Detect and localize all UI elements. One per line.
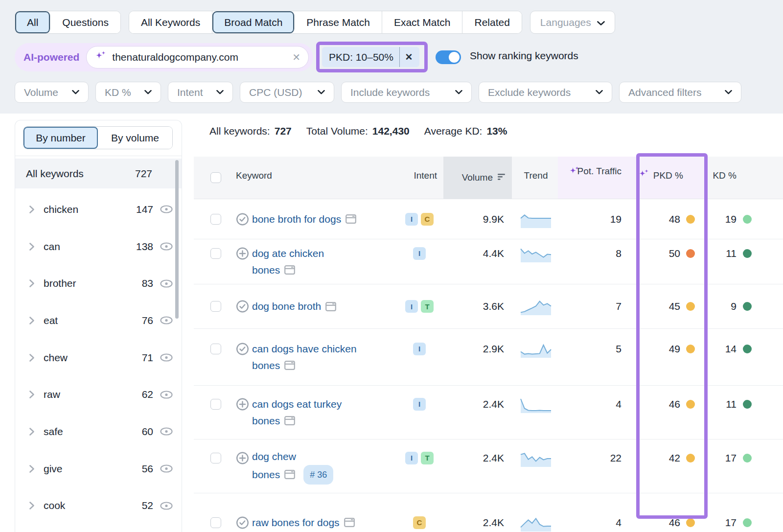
intent-badge-commercial[interactable]: C (413, 516, 426, 529)
row-marker[interactable] (236, 397, 249, 411)
preview-eye-icon[interactable] (160, 205, 173, 213)
intent-badge-informational[interactable]: I (413, 398, 426, 411)
keyword-link[interactable]: bones (252, 466, 280, 483)
row-marker[interactable] (236, 451, 249, 464)
header-intent[interactable]: Intent (388, 170, 437, 181)
filter-include-keywords-dropdown[interactable]: Include keywords (341, 82, 472, 103)
average-kd-label: Average KD: (424, 125, 483, 137)
chevron-down-icon (318, 90, 325, 94)
intent-badge-commercial[interactable]: C (421, 213, 434, 226)
header-trend[interactable]: Trend (519, 170, 553, 181)
pkd-filter-chip[interactable]: PKD: 10–50% ✕ (322, 47, 419, 67)
header-keyword[interactable]: Keyword (236, 170, 272, 181)
tab-exact-match[interactable]: Exact Match (382, 11, 463, 33)
preview-eye-icon[interactable] (160, 316, 173, 324)
row-marker[interactable] (236, 247, 249, 260)
clear-search-icon[interactable]: ✕ (292, 51, 300, 63)
filter-kd--dropdown[interactable]: KD % (95, 82, 161, 103)
sidebar-item-can[interactable]: can138 (15, 228, 182, 265)
row-checkbox[interactable] (210, 344, 221, 354)
intent-cell: I (402, 343, 437, 355)
preview-eye-icon[interactable] (160, 502, 173, 510)
preview-eye-icon[interactable] (160, 427, 173, 436)
languages-dropdown[interactable]: Languages (530, 11, 615, 34)
preview-eye-icon[interactable] (160, 391, 173, 399)
group-label: eat (44, 315, 142, 326)
filter-volume-dropdown[interactable]: Volume (15, 82, 89, 103)
tab-phrase-match[interactable]: Phrase Match (295, 11, 382, 33)
row-marker[interactable] (236, 300, 249, 313)
tab-broad-match[interactable]: Broad Match (212, 11, 295, 33)
row-checkbox[interactable] (210, 517, 221, 528)
filter-exclude-keywords-dropdown[interactable]: Exclude keywords (479, 82, 612, 103)
sidebar-item-eat[interactable]: eat76 (15, 302, 182, 339)
intent-badge-transactional[interactable]: T (421, 452, 434, 464)
sidebar-item-safe[interactable]: safe60 (15, 413, 182, 450)
header-kd[interactable]: KD % (697, 170, 737, 181)
tab-all[interactable]: All (15, 11, 50, 33)
sidebar-item-cook[interactable]: cook52 (15, 487, 182, 525)
keyword-search-input[interactable]: thenaturaldogcompany.com ✕ (86, 46, 309, 69)
keyword-link[interactable]: raw bones for dogs (252, 514, 340, 531)
keyword-link[interactable]: dog chew (252, 448, 296, 465)
row-marker[interactable] (236, 516, 249, 529)
row-marker[interactable] (236, 342, 249, 355)
intent-badge-informational[interactable]: I (405, 213, 418, 226)
sidebar-item-all-keywords[interactable]: All keywords 727 (15, 159, 182, 188)
row-checkbox[interactable] (210, 301, 221, 312)
header-pkd[interactable]: PKD % (624, 168, 683, 183)
preview-eye-icon[interactable] (160, 464, 173, 473)
select-all-checkbox[interactable] (210, 172, 221, 183)
intent-badge-informational[interactable]: I (405, 300, 418, 313)
preview-eye-icon[interactable] (160, 242, 173, 251)
tab-questions[interactable]: Questions (50, 11, 120, 33)
keyword-link[interactable]: bones (252, 357, 280, 374)
row-marker[interactable] (236, 212, 249, 226)
remove-pkd-filter-icon[interactable]: ✕ (400, 51, 417, 63)
total-volume-value: 142,430 (372, 125, 410, 137)
row-checkbox[interactable] (210, 399, 221, 410)
intent-badge-transactional[interactable]: T (421, 300, 434, 313)
filter-intent-dropdown[interactable]: Intent (168, 82, 233, 103)
intent-badge-informational[interactable]: I (413, 247, 426, 260)
preview-eye-icon[interactable] (160, 353, 173, 362)
sidebar-tab-by-volume[interactable]: By volume (98, 127, 172, 149)
top-filter-bar: AllQuestions All KeywordsBroad MatchPhra… (0, 0, 783, 114)
keyword-link[interactable]: bone broth for dogs (252, 211, 341, 228)
sidebar-item-give[interactable]: give56 (15, 450, 182, 487)
filter-label: Exclude keywords (488, 87, 571, 98)
pot-traffic-value: 4 (563, 398, 622, 410)
filter-buttons-row: VolumeKD %IntentCPC (USD)Include keyword… (15, 82, 741, 103)
row-checkbox[interactable] (210, 453, 221, 463)
keyword-link[interactable]: dog ate chicken (252, 245, 324, 262)
keyword-link[interactable]: can dogs have chicken (252, 341, 357, 357)
intent-badge-informational[interactable]: I (405, 452, 418, 464)
keyword-link[interactable]: dog bone broth (252, 298, 321, 315)
row-checkbox[interactable] (210, 214, 221, 225)
intent-badge-informational[interactable]: I (413, 343, 426, 355)
show-ranking-keywords-toggle[interactable] (436, 50, 461, 64)
kd-value: 11 (688, 248, 737, 259)
row-checkbox[interactable] (210, 248, 221, 259)
volume-value: 3.6K (438, 301, 504, 312)
filter-advanced-filters-dropdown[interactable]: Advanced filters (619, 82, 741, 103)
keyword-link[interactable]: bones (252, 262, 280, 278)
filter-cpc-usd--dropdown[interactable]: CPC (USD) (240, 82, 334, 103)
ai-powered-badge: AI-powered (15, 51, 86, 63)
sidebar-item-raw[interactable]: raw62 (15, 376, 182, 413)
serp-features-icon (344, 518, 355, 527)
keyword-link[interactable]: can dogs eat turkey (252, 396, 342, 413)
sidebar-item-chicken[interactable]: chicken147 (15, 191, 182, 228)
sidebar-item-chew[interactable]: chew71 (15, 339, 182, 376)
header-volume[interactable]: Volume (443, 157, 506, 199)
tab-all-keywords[interactable]: All Keywords (129, 11, 212, 33)
header-pot-traffic[interactable]: Pot. Traffic (563, 164, 622, 178)
sidebar-item-brother[interactable]: brother83 (15, 265, 182, 302)
sidebar-tab-by-number[interactable]: By number (23, 127, 98, 149)
results-summary: All keywords:727 Total Volume:142,430 Av… (209, 125, 507, 137)
chevron-right-icon (29, 390, 35, 399)
tab-related[interactable]: Related (462, 11, 521, 33)
keyword-link[interactable]: bones (252, 413, 280, 429)
sidebar-scrollbar[interactable] (175, 160, 179, 319)
preview-eye-icon[interactable] (160, 279, 173, 288)
